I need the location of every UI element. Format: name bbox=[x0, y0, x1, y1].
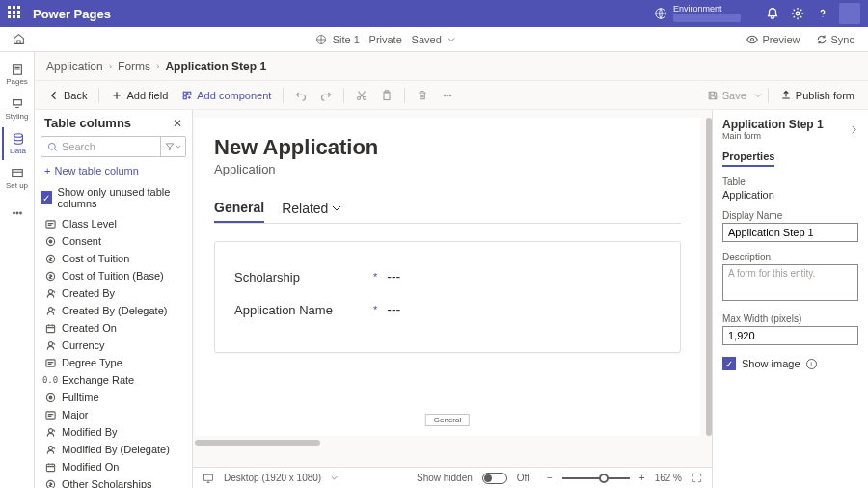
paste-button[interactable] bbox=[375, 87, 398, 104]
column-type-icon bbox=[44, 218, 56, 230]
description-input[interactable] bbox=[722, 264, 858, 301]
close-icon[interactable]: ✕ bbox=[173, 117, 182, 130]
rail-styling[interactable]: Styling bbox=[2, 93, 33, 125]
preview-button[interactable]: Preview bbox=[741, 32, 805, 47]
toggle-off-label: Off bbox=[517, 473, 529, 483]
cut-button[interactable] bbox=[350, 87, 373, 104]
section-label-box[interactable]: General bbox=[425, 414, 470, 426]
rail-setup[interactable]: Set up bbox=[2, 162, 33, 195]
notifications-icon[interactable] bbox=[760, 1, 785, 26]
properties-panel: Application Step 1 Main form Properties … bbox=[712, 110, 868, 488]
table-column-item[interactable]: Class Level bbox=[35, 215, 192, 232]
table-column-item[interactable]: Modified By bbox=[35, 423, 192, 441]
table-column-item[interactable]: Created On bbox=[35, 319, 192, 337]
sync-button[interactable]: Sync bbox=[810, 32, 860, 47]
fit-icon[interactable] bbox=[692, 473, 702, 483]
svg-point-23 bbox=[49, 240, 52, 243]
filter-icon bbox=[165, 142, 175, 151]
table-column-item[interactable]: Other Scholarships bbox=[35, 475, 192, 488]
breadcrumb-forms[interactable]: Forms bbox=[118, 60, 150, 73]
delete-button[interactable] bbox=[411, 87, 434, 104]
breadcrumb: Application › Forms › Application Step 1 bbox=[35, 52, 868, 81]
breadcrumb-current: Application Step 1 bbox=[165, 60, 266, 73]
show-image-checkbox[interactable]: Show imagei bbox=[722, 357, 858, 370]
column-type-icon bbox=[44, 270, 56, 282]
table-column-item[interactable]: Created By (Delegate) bbox=[35, 302, 192, 319]
new-table-column-button[interactable]: +New table column bbox=[35, 163, 192, 182]
table-column-item[interactable]: Currency bbox=[35, 337, 192, 354]
add-component-button[interactable]: Add component bbox=[176, 87, 277, 104]
chevron-down-icon[interactable] bbox=[331, 474, 338, 481]
info-icon[interactable]: i bbox=[806, 359, 817, 369]
table-column-item[interactable]: Modified On bbox=[35, 458, 192, 475]
zoom-slider[interactable] bbox=[562, 477, 630, 479]
column-type-icon bbox=[44, 322, 56, 334]
table-column-item[interactable]: Cost of Tuition (Base) bbox=[35, 267, 192, 285]
user-avatar[interactable] bbox=[839, 3, 860, 24]
back-button[interactable]: Back bbox=[42, 87, 93, 104]
settings-icon[interactable] bbox=[785, 1, 810, 26]
chevron-down-icon bbox=[176, 144, 181, 149]
filter-button[interactable] bbox=[160, 137, 185, 156]
svg-rect-10 bbox=[184, 92, 187, 95]
viewport-label[interactable]: Desktop (1920 x 1080) bbox=[224, 473, 321, 483]
field-scholarship[interactable]: Scholarship * --- bbox=[234, 269, 661, 285]
table-column-item[interactable]: Modified By (Delegate) bbox=[35, 441, 192, 458]
table-column-item[interactable]: Created By bbox=[35, 285, 192, 302]
props-title: Application Step 1 bbox=[722, 118, 824, 131]
tab-general[interactable]: General bbox=[214, 194, 264, 223]
props-name-label: Display Name bbox=[722, 210, 858, 221]
save-button[interactable]: Save bbox=[701, 87, 752, 104]
redo-button[interactable] bbox=[314, 87, 338, 104]
table-column-item[interactable]: Cost of Tuition bbox=[35, 250, 192, 267]
help-icon[interactable] bbox=[810, 1, 835, 26]
svg-point-35 bbox=[48, 446, 52, 449]
column-type-icon bbox=[44, 253, 56, 264]
svg-point-14 bbox=[364, 96, 366, 99]
waffle-icon[interactable] bbox=[8, 6, 23, 21]
column-type-icon bbox=[44, 478, 56, 488]
table-column-item[interactable]: Major bbox=[35, 406, 192, 423]
rail-data[interactable]: Data bbox=[2, 127, 33, 160]
table-column-item[interactable]: Fulltime bbox=[35, 389, 192, 406]
undo-button[interactable] bbox=[289, 87, 312, 104]
svg-rect-6 bbox=[12, 170, 22, 177]
svg-rect-33 bbox=[45, 411, 54, 418]
show-unused-checkbox[interactable]: Show only unused table columns bbox=[35, 182, 192, 215]
chevron-down-icon[interactable] bbox=[754, 92, 762, 99]
column-type-icon: 0.0 bbox=[44, 374, 56, 386]
display-name-input[interactable] bbox=[722, 223, 858, 242]
column-type-icon bbox=[44, 426, 56, 438]
svg-point-13 bbox=[358, 96, 361, 99]
site-status[interactable]: Site 1 - Private - Saved bbox=[333, 34, 442, 45]
svg-point-26 bbox=[48, 289, 52, 293]
app-title: Power Pages bbox=[33, 7, 111, 21]
chevron-right-icon[interactable] bbox=[850, 125, 858, 134]
props-tab-properties[interactable]: Properties bbox=[722, 147, 774, 167]
vertical-scrollbar[interactable] bbox=[706, 118, 712, 436]
table-column-item[interactable]: Consent bbox=[35, 232, 192, 250]
environment-label: Environment bbox=[673, 5, 741, 14]
environment-switcher[interactable]: Environment bbox=[654, 5, 741, 23]
add-field-button[interactable]: Add field bbox=[105, 87, 174, 104]
rail-more[interactable] bbox=[2, 197, 33, 230]
home-icon[interactable] bbox=[8, 33, 29, 45]
horizontal-scrollbar[interactable] bbox=[195, 440, 320, 446]
svg-point-17 bbox=[445, 95, 447, 96]
publish-button[interactable]: Publish form bbox=[774, 87, 860, 104]
show-hidden-toggle[interactable] bbox=[482, 473, 507, 484]
table-column-item[interactable]: Degree Type bbox=[35, 354, 192, 371]
max-width-input[interactable] bbox=[722, 326, 858, 345]
rail-pages[interactable]: Pages bbox=[2, 58, 33, 91]
field-application-name[interactable]: Application Name * --- bbox=[234, 302, 661, 317]
breadcrumb-app[interactable]: Application bbox=[46, 60, 103, 73]
table-column-item[interactable]: 0.0Exchange Rate bbox=[35, 371, 192, 389]
chevron-down-icon[interactable] bbox=[448, 36, 455, 43]
tab-related[interactable]: Related bbox=[282, 194, 341, 223]
search-box[interactable]: Search bbox=[41, 136, 186, 157]
more-button[interactable] bbox=[436, 87, 459, 104]
form-section[interactable]: Scholarship * --- Application Name * --- bbox=[214, 241, 681, 353]
svg-rect-12 bbox=[184, 95, 187, 98]
show-hidden-label: Show hidden bbox=[417, 473, 473, 483]
svg-point-5 bbox=[14, 134, 22, 138]
